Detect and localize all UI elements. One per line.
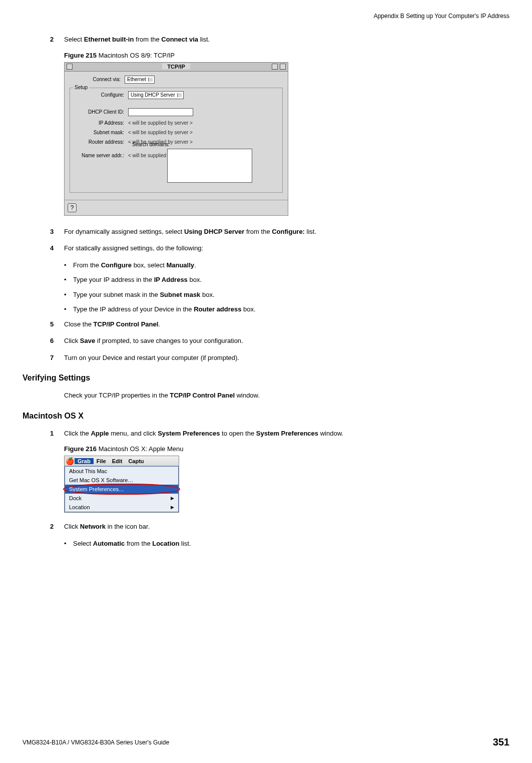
collapse-box-icon[interactable]	[280, 64, 286, 70]
osx-step-1: 1 Click the Apple menu, and click System…	[50, 429, 504, 439]
bullet-dot-icon: •	[64, 539, 73, 549]
step-6: 6 Click Save if prompted, to save change…	[50, 336, 504, 346]
bullet-dot-icon: •	[64, 260, 73, 270]
help-button[interactable]: ?	[68, 203, 77, 212]
step-7: 7 Turn on your Device and restart your c…	[50, 353, 504, 363]
step-number: 1	[50, 429, 64, 439]
bullet-item: • Type your IP address in the IP Address…	[64, 275, 504, 285]
step-text: Click Network in the icon bar.	[64, 522, 504, 532]
step-text: Turn on your Device and restart your com…	[64, 353, 504, 363]
menubar-grab[interactable]: Grab	[75, 458, 94, 464]
bullet-item: • Select Automatic from the Location lis…	[64, 539, 504, 549]
verifying-settings-heading: Verifying Settings	[23, 373, 504, 383]
connect-via-select[interactable]: Ethernet	[125, 76, 155, 84]
step-number: 7	[50, 353, 64, 363]
menubar: 🍎 Grab File Edit Captu	[65, 456, 179, 466]
subnet-mask-value: < will be supplied by server >	[128, 130, 193, 135]
menu-system-preferences[interactable]: System Preferences…	[65, 485, 178, 494]
appendix-title: Appendix B Setting up Your Computer's IP…	[373, 13, 509, 20]
menu-get-mac-osx-software[interactable]: Get Mac OS X Software…	[65, 476, 178, 485]
bullet-dot-icon: •	[64, 275, 73, 285]
submenu-arrow-icon: ▶	[171, 496, 174, 501]
menu-location[interactable]: Location▶	[65, 503, 178, 512]
subnet-mask-label: Subnet mask:	[73, 130, 128, 135]
step-text: For dynamically assigned settings, selec…	[64, 227, 504, 237]
step-number: 5	[50, 319, 64, 329]
submenu-arrow-icon: ▶	[171, 505, 174, 510]
connect-via-label: Connect via:	[70, 77, 125, 82]
tcpip-titlebar: TCP/IP	[65, 63, 288, 72]
step-number: 2	[50, 522, 64, 532]
tcpip-title: TCP/IP	[162, 64, 190, 70]
step-text: Click Save if prompted, to save changes …	[64, 336, 504, 346]
search-domains-label: Search domains:	[132, 142, 170, 147]
figure-216-caption: Figure 216 Macintosh OS X: Apple Menu	[64, 445, 504, 453]
step-text: Close the TCP/IP Control Panel.	[64, 319, 504, 329]
configure-select[interactable]: Using DHCP Server	[128, 91, 184, 99]
menubar-edit[interactable]: Edit	[109, 458, 126, 464]
dhcp-client-id-input[interactable]	[128, 108, 193, 116]
search-domains-input[interactable]	[167, 149, 252, 183]
apple-menu-dropdown: About This Mac Get Mac OS X Software… Sy…	[65, 466, 179, 512]
zoom-box-icon[interactable]	[272, 64, 278, 70]
page-footer: VMG8324-B10A / VMG8324-B30A Series User'…	[23, 736, 509, 748]
step-number: 3	[50, 227, 64, 237]
dhcp-client-id-label: DHCP Client ID:	[73, 109, 128, 115]
step-4: 4 For statically assigned settings, do t…	[50, 243, 504, 253]
configure-label: Configure:	[73, 92, 128, 98]
macintosh-osx-heading: Macintosh OS X	[23, 412, 504, 421]
setup-frame: Setup Configure: Using DHCP Server DHCP …	[70, 88, 283, 193]
step-2: 2 Select Ethernet built-in from the Conn…	[50, 35, 504, 45]
menu-dock[interactable]: Dock▶	[65, 494, 178, 503]
page-number: 351	[493, 736, 509, 748]
bullet-item: • From the Configure box, select Manuall…	[64, 260, 504, 270]
apple-menu-screenshot: 🍎 Grab File Edit Captu About This Mac Ge…	[64, 456, 179, 513]
menubar-capture[interactable]: Captu	[125, 458, 147, 464]
osx-step-2: 2 Click Network in the icon bar.	[50, 522, 504, 532]
step-number: 6	[50, 336, 64, 346]
step-5: 5 Close the TCP/IP Control Panel.	[50, 319, 504, 329]
ip-address-value: < will be supplied by server >	[128, 120, 193, 126]
step-text: Select Ethernet built-in from the Connec…	[64, 35, 504, 45]
name-server-label: Name server addr.:	[73, 153, 128, 158]
figure-215-caption: Figure 215 Macintosh OS 8/9: TCP/IP	[64, 52, 504, 59]
tcpip-dialog: TCP/IP Connect via: Ethernet Setup Confi…	[64, 62, 288, 216]
step-number: 4	[50, 243, 64, 253]
bullet-item: • Type the IP address of your Device in …	[64, 304, 504, 314]
bullet-item: • Type your subnet mask in the Subnet ma…	[64, 290, 504, 300]
step-number: 2	[50, 35, 64, 45]
step-text: Click the Apple menu, and click System P…	[64, 429, 504, 439]
menubar-file[interactable]: File	[94, 458, 109, 464]
footer-guide-name: VMG8324-B10A / VMG8324-B30A Series User'…	[23, 739, 169, 746]
page-header-section: Appendix B Setting up Your Computer's IP…	[23, 10, 509, 20]
apple-logo-icon[interactable]: 🍎	[65, 457, 75, 465]
setup-frame-label: Setup	[73, 85, 89, 90]
close-box-icon[interactable]	[67, 64, 73, 70]
bullet-dot-icon: •	[64, 304, 73, 314]
router-address-label: Router address:	[73, 139, 128, 145]
step-text: For statically assigned settings, do the…	[64, 243, 504, 253]
bullet-dot-icon: •	[64, 290, 73, 300]
ip-address-label: IP Address:	[73, 120, 128, 126]
verifying-paragraph: Check your TCP/IP properties in the TCP/…	[64, 391, 504, 401]
menu-about-this-mac[interactable]: About This Mac	[65, 467, 178, 476]
step-3: 3 For dynamically assigned settings, sel…	[50, 227, 504, 237]
